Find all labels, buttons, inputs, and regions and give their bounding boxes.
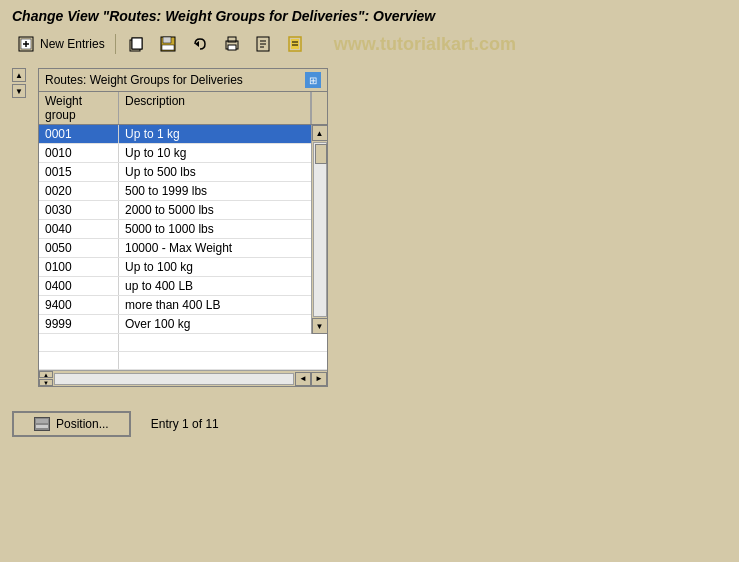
save-icon [158, 34, 178, 54]
print-button[interactable] [218, 32, 246, 56]
svg-rect-6 [132, 38, 142, 49]
table-header-row: Routes: Weight Groups for Deliveries ⊞ [39, 69, 327, 92]
left-scroll-down[interactable]: ▼ [12, 84, 26, 98]
table-row[interactable]: 00405000 to 1000 lbs [39, 220, 311, 239]
column-headers: Weight group Description [39, 92, 327, 125]
table-with-side: ▲ ▼ Routes: Weight Groups for Deliveries… [12, 68, 727, 387]
table-row[interactable]: 0010Up to 10 kg [39, 144, 311, 163]
empty-row-2 [39, 352, 327, 370]
new-entries-label: New Entries [40, 37, 105, 51]
left-h-btns: ▲ ▼ [39, 371, 53, 386]
cell-desc: Up to 10 kg [119, 144, 311, 162]
cell-weight: 9999 [39, 315, 119, 333]
cell-desc: more than 400 LB [119, 296, 311, 314]
cell-weight: 0050 [39, 239, 119, 257]
title-bar: Change View "Routes: Weight Groups for D… [0, 0, 739, 28]
cell-weight: 0400 [39, 277, 119, 295]
scroll-thumb[interactable] [315, 144, 327, 164]
entry-info: Entry 1 of 11 [151, 417, 219, 431]
cell-desc: Up to 100 kg [119, 258, 311, 276]
find-icon [254, 34, 274, 54]
cell-desc: 500 to 1999 lbs [119, 182, 311, 200]
find-button[interactable] [250, 32, 278, 56]
table-row[interactable]: 00302000 to 5000 lbs [39, 201, 311, 220]
svg-rect-19 [291, 39, 299, 49]
cell-weight: 0010 [39, 144, 119, 162]
cell-weight: 0100 [39, 258, 119, 276]
config-icon[interactable]: ⊞ [305, 72, 321, 88]
cell-desc: up to 400 LB [119, 277, 311, 295]
cell-desc: 2000 to 5000 lbs [119, 201, 311, 219]
svg-rect-23 [36, 419, 48, 423]
undo-button[interactable] [186, 32, 214, 56]
left-scroll-up[interactable]: ▲ [12, 68, 26, 82]
extra-rows [39, 334, 327, 370]
table-row[interactable]: 005010000 - Max Weight [39, 239, 311, 258]
position-label: Position... [56, 417, 109, 431]
col-header-desc: Description [119, 92, 311, 124]
print-icon [222, 34, 242, 54]
svg-rect-24 [36, 425, 48, 428]
cell-weight: 9400 [39, 296, 119, 314]
empty-row-1 [39, 334, 327, 352]
cell-desc: Up to 1 kg [119, 125, 311, 143]
table-scroll-area: 0001Up to 1 kg0010Up to 10 kg0015Up to 5… [39, 125, 327, 334]
table-data: 0001Up to 1 kg0010Up to 10 kg0015Up to 5… [39, 125, 311, 334]
main-content: ▲ ▼ Routes: Weight Groups for Deliveries… [0, 60, 739, 395]
table-title: Routes: Weight Groups for Deliveries [45, 73, 243, 87]
vertical-scrollbar: ▲ ▼ [311, 125, 327, 334]
toolbar-separator-1 [115, 34, 116, 54]
scroll-down-btn[interactable]: ▼ [312, 318, 328, 334]
table-row[interactable]: 0400up to 400 LB [39, 277, 311, 296]
table-row[interactable]: 0020500 to 1999 lbs [39, 182, 311, 201]
col-header-weight: Weight group [39, 92, 119, 124]
left-side-buttons: ▲ ▼ [12, 68, 26, 387]
hscroll-left-btn[interactable]: ◄ [295, 372, 311, 386]
new-entries-icon [16, 34, 36, 54]
table-row[interactable]: 9999Over 100 kg [39, 315, 311, 334]
cell-desc: 5000 to 1000 lbs [119, 220, 311, 238]
svg-rect-9 [162, 45, 174, 50]
table-row[interactable]: 0100Up to 100 kg [39, 258, 311, 277]
cell-weight: 0030 [39, 201, 119, 219]
svg-rect-8 [163, 37, 171, 43]
horizontal-scrollbar: ▲ ▼ ◄ ► [39, 370, 327, 386]
hscroll-right-btn[interactable]: ► [311, 372, 327, 386]
export-icon [286, 34, 306, 54]
table-row[interactable]: 0015Up to 500 lbs [39, 163, 311, 182]
table-container: Routes: Weight Groups for Deliveries ⊞ W… [38, 68, 328, 387]
position-icon [34, 417, 50, 431]
table-row[interactable]: 0001Up to 1 kg [39, 125, 311, 144]
export-button[interactable] [282, 32, 310, 56]
cell-weight: 0001 [39, 125, 119, 143]
copy-button[interactable] [122, 32, 150, 56]
toolbar: New Entries [0, 28, 739, 60]
page-title: Change View "Routes: Weight Groups for D… [12, 8, 727, 24]
left-h-up[interactable]: ▲ [39, 371, 53, 378]
footer-area: Position... Entry 1 of 11 [0, 395, 739, 453]
cell-weight: 0040 [39, 220, 119, 238]
undo-icon [190, 34, 210, 54]
scroll-track [313, 142, 327, 317]
cell-weight: 0015 [39, 163, 119, 181]
save-button[interactable] [154, 32, 182, 56]
left-h-down[interactable]: ▼ [39, 379, 53, 386]
hscroll-track [54, 373, 294, 385]
copy-icon [126, 34, 146, 54]
position-button[interactable]: Position... [12, 411, 131, 437]
new-entries-button[interactable]: New Entries [12, 32, 109, 56]
cell-desc: Over 100 kg [119, 315, 311, 333]
scroll-up-btn[interactable]: ▲ [312, 125, 328, 141]
svg-rect-13 [228, 45, 236, 50]
table-row[interactable]: 9400more than 400 LB [39, 296, 311, 315]
watermark: www.tutorialkart.com [334, 34, 516, 55]
col-header-spacer [311, 92, 327, 124]
cell-weight: 0020 [39, 182, 119, 200]
cell-desc: 10000 - Max Weight [119, 239, 311, 257]
cell-desc: Up to 500 lbs [119, 163, 311, 181]
